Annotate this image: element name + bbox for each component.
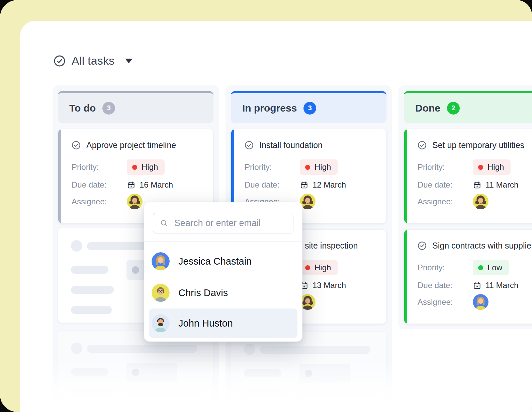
column-done: Done 2 Set up temporary utilities Priori… (398, 85, 532, 329)
user-name: Jessica Chastain (178, 256, 252, 267)
due-date-value: 16 March (140, 180, 173, 190)
assignee-avatar-woman-curly[interactable] (473, 194, 489, 209)
avatar-man-glasses (152, 284, 170, 302)
search-icon (160, 219, 168, 227)
column-count-badge: 3 (102, 102, 115, 115)
task-card-sign-contracts-with-suppliers[interactable]: Sign contracts with suppliers Priority: … (404, 229, 532, 324)
priority-value: High (142, 162, 158, 172)
user-option-jessica-chastain[interactable]: Jessica Chastain (144, 246, 302, 277)
column-header-todo: To do 3 (58, 91, 213, 123)
all-tasks-check-icon (54, 55, 66, 67)
page-title: All tasks (72, 54, 114, 67)
due-date-label: Due date: (418, 180, 473, 190)
avatar-man-beard (152, 314, 170, 332)
task-title: Set up temporary utilities (432, 140, 524, 150)
priority-label: Priority: (418, 162, 473, 172)
assignee-search-box (153, 213, 293, 233)
user-name: John Huston (178, 318, 233, 329)
column-title: In progress (242, 102, 297, 114)
assignee-avatar-woman-blonde[interactable] (473, 294, 489, 310)
calendar-icon (127, 181, 136, 189)
due-date-label: Due date: (418, 281, 473, 290)
due-date-value: 12 March (313, 180, 346, 190)
calendar-icon (473, 281, 481, 290)
task-check-icon (245, 141, 254, 150)
due-date-value: 11 March (485, 180, 518, 190)
popover-divider (144, 241, 302, 242)
priority-badge: High (300, 159, 338, 175)
column-title: To do (69, 102, 96, 114)
column-title: Done (415, 102, 440, 114)
priority-value: High (315, 263, 331, 272)
task-title: Approve project timeline (86, 140, 176, 150)
calendar-icon (473, 181, 481, 189)
priority-label: Priority: (245, 162, 300, 172)
priority-value: High (487, 162, 504, 172)
priority-label: Priority: (72, 162, 127, 172)
assignee-avatar-woman-curly[interactable] (127, 194, 143, 209)
calendar-icon (300, 181, 308, 189)
column-header-in-progress: In progress 3 (231, 91, 386, 123)
priority-dot (305, 165, 310, 170)
priority-dot (305, 265, 310, 270)
due-date-label: Due date: (72, 180, 127, 190)
priority-value: High (315, 162, 331, 172)
app-window: All tasks To do 3 Approve project timeli… (0, 0, 532, 412)
due-date-label: Due date: (245, 180, 300, 190)
assignee-user-list: Jessica Chastain Chris Davis John Huston (144, 246, 302, 338)
skeleton-task-card (231, 331, 386, 412)
avatar-woman-blonde (152, 252, 170, 270)
assignee-label: Assignee: (418, 297, 473, 307)
user-option-chris-davis[interactable]: Chris Davis (144, 277, 302, 308)
assignee-picker-popover: Jessica Chastain Chris Davis John Huston (144, 202, 302, 342)
chevron-down-icon (125, 59, 132, 63)
column-header-done: Done 2 (404, 91, 532, 123)
priority-badge: High (300, 260, 338, 275)
assignee-search-input[interactable] (174, 218, 293, 229)
priority-label: Priority: (418, 263, 473, 272)
task-check-icon (72, 141, 81, 150)
priority-dot (478, 165, 483, 170)
task-check-icon (418, 241, 427, 250)
due-date-value: 13 March (313, 281, 346, 290)
assignee-label: Assignee: (72, 197, 127, 206)
task-card-set-up-temporary-utilities[interactable]: Set up temporary utilities Priority: Hig… (404, 129, 532, 223)
task-title: Sign contracts with suppliers (432, 241, 532, 251)
assignee-label: Assignee: (418, 197, 473, 206)
due-date-value: 11 March (485, 281, 518, 290)
task-title: Install foundation (259, 140, 323, 150)
priority-value: Low (487, 263, 502, 272)
task-check-icon (418, 141, 427, 150)
priority-dot (478, 265, 483, 270)
user-option-john-huston[interactable]: John Huston (149, 308, 297, 338)
priority-dot (132, 165, 137, 170)
task-title: site inspection (305, 241, 358, 251)
user-name: Chris Davis (178, 287, 228, 298)
priority-badge: Low (473, 260, 509, 275)
column-count-badge: 3 (303, 102, 316, 115)
skeleton-task-card (58, 330, 213, 412)
board-canvas: All tasks To do 3 Approve project timeli… (20, 21, 532, 412)
column-count-badge: 2 (447, 102, 460, 115)
view-switcher-dropdown[interactable]: All tasks (54, 54, 132, 67)
priority-badge: High (473, 159, 511, 175)
priority-badge: High (127, 159, 165, 175)
